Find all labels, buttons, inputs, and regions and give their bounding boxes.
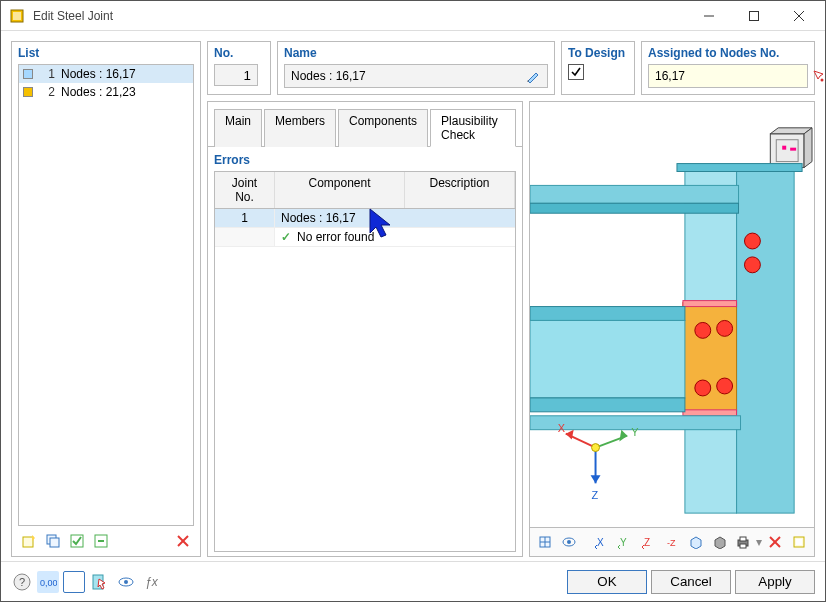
assigned-nodes-field[interactable] [653,68,807,84]
svg-text:ƒx: ƒx [145,575,159,589]
print-icon[interactable] [733,531,755,553]
delete-view-icon[interactable] [764,531,786,553]
view-tool-icon[interactable] [534,531,556,553]
viewport-toolbar: X Y Z -Z ▾ [530,527,814,556]
close-button[interactable] [776,2,821,30]
copy-item-icon[interactable] [42,530,64,552]
svg-rect-30 [530,398,685,412]
maximize-button[interactable] [731,2,776,30]
svg-rect-55 [740,544,746,548]
color-swatch [23,69,33,79]
list-panel: List 1 Nodes : 16,17 2 Nodes : 21,23 [11,41,201,557]
view-x-icon[interactable]: X [590,531,612,553]
svg-point-31 [695,322,711,338]
view-iso-icon[interactable] [685,531,707,553]
script-icon[interactable]: ƒx [141,571,163,593]
list-item-label: Nodes : 16,17 [61,67,136,81]
model-viewport[interactable]: X Y Z [530,102,814,527]
check-icon: ✓ [281,230,291,244]
col-description: Description [405,172,515,208]
svg-text:Z: Z [592,489,599,501]
app-icon [9,8,25,24]
svg-point-66 [124,580,128,584]
ok-button[interactable]: OK [567,570,647,594]
svg-point-23 [744,233,760,249]
tabs: Main Members Components Plausibility Che… [208,102,522,147]
errors-table[interactable]: Joint No. Component Description 1 Nodes … [214,171,516,552]
errors-row[interactable]: ✓ No error found [215,228,515,247]
svg-text:X: X [558,422,566,434]
list-label: List [12,42,200,64]
tab-components[interactable]: Components [338,109,428,147]
svg-rect-17 [790,148,796,151]
svg-point-45 [592,444,600,452]
view-solid-icon[interactable] [709,531,731,553]
svg-marker-43 [591,475,601,483]
window-title: Edit Steel Joint [33,9,686,23]
svg-rect-29 [530,320,685,397]
svg-rect-54 [740,537,746,541]
svg-rect-16 [782,146,786,150]
rename-icon[interactable] [523,66,543,86]
svg-rect-28 [530,307,685,321]
svg-point-48 [567,540,571,544]
svg-rect-3 [749,11,758,20]
svg-text:0,00: 0,00 [40,578,57,588]
tab-plausibility-check[interactable]: Plausibility Check [430,109,516,147]
cancel-button[interactable]: Cancel [651,570,731,594]
assigned-nodes-label: Assigned to Nodes No. [648,46,808,60]
to-design-group: To Design [561,41,635,95]
list-item[interactable]: 1 Nodes : 16,17 [19,65,193,83]
assigned-nodes-group: Assigned to Nodes No. [641,41,815,95]
minimize-button[interactable] [686,2,731,30]
col-component: Component [275,172,405,208]
name-group: Name [277,41,555,95]
svg-rect-1 [13,12,21,20]
units-icon[interactable]: 0,00 [37,571,59,593]
number-group: No. [207,41,271,95]
color-swatch [23,87,33,97]
new-window-icon[interactable] [788,531,810,553]
list-item[interactable]: 2 Nodes : 21,23 [19,83,193,101]
show-hide-icon[interactable] [558,531,580,553]
delete-item-icon[interactable] [172,530,194,552]
joint-list[interactable]: 1 Nodes : 16,17 2 Nodes : 21,23 [18,64,194,526]
uncheck-all-icon[interactable] [90,530,112,552]
pick-icon[interactable] [89,571,111,593]
number-label: No. [214,46,264,60]
svg-text:Z: Z [644,537,650,548]
pick-nodes-icon[interactable] [811,66,826,86]
svg-rect-20 [677,164,802,172]
view-neg-z-icon[interactable]: -Z [661,531,683,553]
errors-label: Errors [214,151,516,171]
svg-marker-37 [566,430,574,440]
pointer-icon[interactable] [63,571,85,593]
view-y-icon[interactable]: Y [613,531,635,553]
check-all-icon[interactable] [66,530,88,552]
apply-button[interactable]: Apply [735,570,815,594]
number-field[interactable] [214,64,258,86]
name-field[interactable] [289,68,519,84]
svg-text:-Z: -Z [667,538,676,548]
name-label: Name [284,46,548,60]
new-item-icon[interactable] [18,530,40,552]
view-z-icon[interactable]: Z [637,531,659,553]
svg-point-32 [717,320,733,336]
list-item-number: 2 [39,85,55,99]
tab-members[interactable]: Members [264,109,336,147]
svg-point-33 [695,380,711,396]
help-icon[interactable]: ? [11,571,33,593]
view-settings-icon[interactable] [115,571,137,593]
svg-rect-21 [530,185,739,203]
to-design-label: To Design [568,46,628,60]
svg-rect-59 [796,539,802,545]
cell-joint-no: 1 [215,209,275,228]
tab-main[interactable]: Main [214,109,262,147]
cell-joint-no [215,228,275,247]
to-design-checkbox[interactable] [568,64,584,80]
svg-point-24 [744,257,760,273]
svg-rect-63 [67,575,81,589]
list-toolbar [12,526,200,556]
svg-rect-25 [683,303,737,412]
errors-row[interactable]: 1 Nodes : 16,17 [215,209,515,228]
